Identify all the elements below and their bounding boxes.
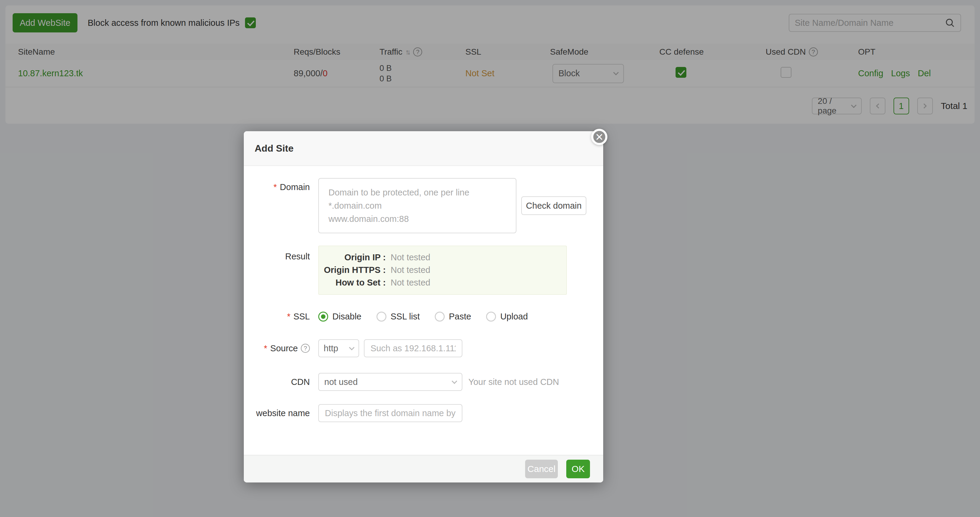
chevron-down-icon xyxy=(349,345,354,350)
chevron-down-icon xyxy=(452,378,457,384)
modal-title: Add Site xyxy=(255,143,294,154)
domain-placeholder-line: www.domain.com:88 xyxy=(328,212,506,226)
ssl-option-label: SSL list xyxy=(391,312,420,321)
result-label: Result xyxy=(244,246,318,261)
domain-placeholder-line: *.domain.com xyxy=(328,199,506,212)
modal-footer: Cancel OK xyxy=(244,455,603,482)
source-row: Source ? http xyxy=(244,339,603,357)
radio-icon xyxy=(435,312,445,321)
result-line: How to Set : Not tested xyxy=(319,276,566,289)
website-name-input[interactable] xyxy=(318,404,462,422)
how-to-set-value: Not tested xyxy=(391,276,430,289)
radio-icon xyxy=(486,312,496,321)
cdn-select[interactable]: not used xyxy=(318,373,462,391)
cdn-value: not used xyxy=(324,377,358,387)
source-protocol-select[interactable]: http xyxy=(318,339,359,357)
source-label: Source ? xyxy=(244,344,318,353)
ssl-row: SSL Disable SSL list Paste Upload xyxy=(244,308,603,325)
ssl-option-ssl-list[interactable]: SSL list xyxy=(377,312,420,321)
source-protocol-value: http xyxy=(324,344,338,353)
close-icon[interactable]: × xyxy=(591,129,608,145)
ssl-option-paste[interactable]: Paste xyxy=(435,312,471,321)
result-box: Origin IP : Not tested Origin HTTPS : No… xyxy=(318,246,567,295)
origin-https-label: Origin HTTPS : xyxy=(319,264,386,276)
ssl-radio-group: Disable SSL list Paste Upload xyxy=(318,312,528,321)
domain-label: Domain xyxy=(244,178,318,192)
origin-https-value: Not tested xyxy=(391,264,430,276)
origin-ip-value: Not tested xyxy=(391,251,430,264)
ssl-option-label: Disable xyxy=(332,312,361,321)
check-domain-button[interactable]: Check domain xyxy=(521,196,586,215)
add-site-modal: × Add Site Domain Domain to be protected… xyxy=(244,131,603,482)
domain-row: Domain Domain to be protected, one per l… xyxy=(244,178,603,233)
ssl-option-label: Paste xyxy=(449,312,471,321)
modal-body: Domain Domain to be protected, one per l… xyxy=(244,166,603,422)
modal-header: Add Site xyxy=(244,131,603,166)
source-label-text: Source xyxy=(270,344,298,353)
how-to-set-label: How to Set : xyxy=(319,276,386,289)
source-help-icon[interactable]: ? xyxy=(301,344,310,353)
ok-button[interactable]: OK xyxy=(566,460,590,478)
radio-icon xyxy=(377,312,387,321)
domain-placeholder-line: Domain to be protected, one per line xyxy=(328,186,506,199)
result-row: Result Origin IP : Not tested Origin HTT… xyxy=(244,246,603,295)
website-name-label: website name xyxy=(244,408,318,418)
ssl-option-upload[interactable]: Upload xyxy=(486,312,528,321)
ssl-option-label: Upload xyxy=(500,312,528,321)
ssl-option-disable[interactable]: Disable xyxy=(318,312,361,321)
cdn-hint: Your site not used CDN xyxy=(468,377,559,387)
origin-ip-label: Origin IP : xyxy=(319,251,386,264)
result-line: Origin HTTPS : Not tested xyxy=(319,264,566,276)
source-address-input[interactable] xyxy=(364,339,462,357)
radio-selected-icon xyxy=(318,312,328,321)
result-line: Origin IP : Not tested xyxy=(319,251,566,264)
domain-textarea[interactable]: Domain to be protected, one per line *.d… xyxy=(318,178,516,233)
website-name-row: website name xyxy=(244,404,603,422)
cdn-row: CDN not used Your site not used CDN xyxy=(244,373,603,391)
ssl-label: SSL xyxy=(244,312,318,321)
cdn-label: CDN xyxy=(244,377,318,387)
cancel-button[interactable]: Cancel xyxy=(525,460,558,478)
